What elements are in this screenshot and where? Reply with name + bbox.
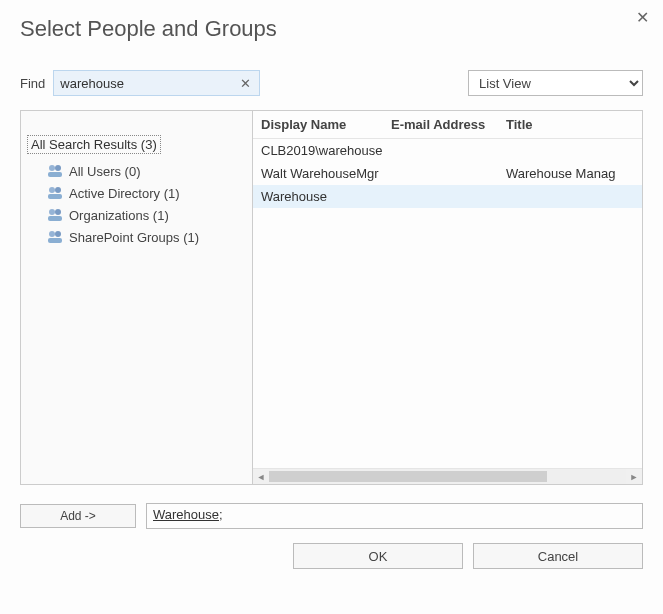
people-icon [47,185,63,201]
svg-point-4 [55,187,61,193]
add-button[interactable]: Add -> [20,504,136,528]
svg-point-9 [49,231,55,237]
clear-search-icon[interactable]: ✕ [238,76,253,91]
svg-point-6 [49,209,55,215]
people-icon [47,163,63,179]
cell-display-name: Warehouse [261,189,391,204]
col-title[interactable]: Title [506,117,642,132]
svg-point-7 [55,209,61,215]
tree-item-sharepoint-groups[interactable]: SharePoint Groups (1) [47,226,244,248]
view-select[interactable]: List View [468,70,643,96]
dialog-title: Select People and Groups [20,16,643,42]
svg-rect-2 [48,172,62,177]
people-icon [47,229,63,245]
tree-pane: All Search Results (3) All Users (0) Act… [21,111,253,484]
cell-display-name: CLB2019\warehouse [261,143,391,158]
horizontal-scrollbar[interactable]: ◄ ► [253,468,642,484]
selected-entity: Warehouse [153,507,219,522]
selection-box[interactable]: Warehouse; [146,503,643,529]
tree-item-active-directory[interactable]: Active Directory (1) [47,182,244,204]
col-display-name[interactable]: Display Name [261,117,391,132]
tree-root[interactable]: All Search Results (3) [27,135,161,154]
search-input[interactable] [60,76,237,91]
results-pane: Display Name E-mail Address Title CLB201… [253,111,642,484]
svg-rect-5 [48,194,62,199]
result-row[interactable]: Warehouse [253,185,642,208]
tree-item-organizations[interactable]: Organizations (1) [47,204,244,226]
tree-item-label: Organizations (1) [69,208,169,223]
cell-title: Warehouse Manag [506,166,642,181]
svg-point-0 [49,165,55,171]
results-header: Display Name E-mail Address Title [253,111,642,139]
cell-email [391,189,506,204]
svg-point-3 [49,187,55,193]
scroll-left-icon[interactable]: ◄ [253,469,269,484]
results-body: CLB2019\warehouse Walt WarehouseMgr Ware… [253,139,642,468]
tree-item-all-users[interactable]: All Users (0) [47,160,244,182]
footer-row: OK Cancel [20,543,643,569]
cell-display-name: Walt WarehouseMgr [261,166,391,181]
tree-item-label: Active Directory (1) [69,186,180,201]
close-icon[interactable]: ✕ [636,8,649,27]
tree-item-label: SharePoint Groups (1) [69,230,199,245]
cell-email [391,143,506,158]
search-box[interactable]: ✕ [53,70,259,96]
selection-suffix: ; [219,507,223,522]
scroll-thumb[interactable] [269,471,547,482]
svg-rect-8 [48,216,62,221]
col-email[interactable]: E-mail Address [391,117,506,132]
cancel-button[interactable]: Cancel [473,543,643,569]
find-row: Find ✕ List View [20,70,643,96]
tree-children: All Users (0) Active Directory (1) Organ… [47,160,244,248]
people-icon [47,207,63,223]
scroll-right-icon[interactable]: ► [626,469,642,484]
svg-rect-11 [48,238,62,243]
result-row[interactable]: Walt WarehouseMgr Warehouse Manag [253,162,642,185]
main-area: All Search Results (3) All Users (0) Act… [20,110,643,485]
ok-button[interactable]: OK [293,543,463,569]
find-label: Find [20,76,45,91]
svg-point-10 [55,231,61,237]
scroll-track[interactable] [269,469,626,484]
svg-point-1 [55,165,61,171]
cell-title [506,189,642,204]
cell-email [391,166,506,181]
add-row: Add -> Warehouse; [20,503,643,529]
cell-title [506,143,642,158]
tree-item-label: All Users (0) [69,164,141,179]
result-row[interactable]: CLB2019\warehouse [253,139,642,162]
